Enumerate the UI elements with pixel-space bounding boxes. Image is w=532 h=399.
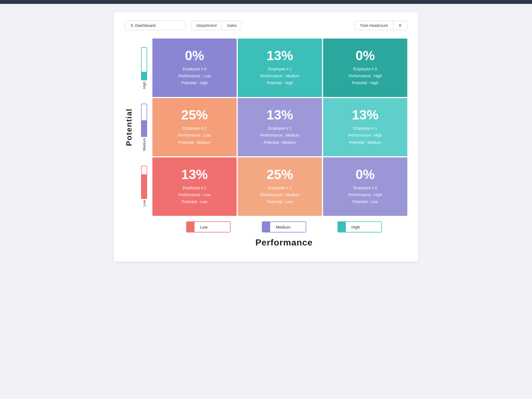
grid-cell-2-0: 13% Employee # 1 Performance : Low Poten… [152,157,237,216]
grid-cell-0-2: 0% Employee # 0 Performance : High Poten… [323,39,407,97]
legend-area: Low Medium High [170,221,398,232]
cell-detail-7: Employee # 2 Performance : Medium Potent… [260,185,300,206]
grid-cell-1-1: 13% Employee # 1 Performance : Medium Po… [238,98,322,157]
legend-color-high [338,222,346,232]
cell-detail-2: Employee # 0 Performance : High Potentia… [349,66,382,87]
department-label: Department [191,21,222,30]
outer-wrapper: 3. Dashboard Department Sales Total Head… [0,0,532,399]
legend-item-medium: Medium [262,221,306,232]
legend-label-high: High [346,223,365,231]
y-labels: High Medium [136,39,152,216]
cell-detail-4: Employee # 1 Performance : Medium Potent… [260,125,300,146]
department-group: Department Sales [191,21,242,30]
legend-item-low: Low [186,221,231,232]
header-bar: 3. Dashboard Department Sales Total Head… [125,21,407,30]
grid-cell-1-0: 25% Employee # 2 Performance : Low Poten… [152,98,237,157]
headcount-value: 8 [393,21,407,30]
headcount-label: Total Headcount [355,21,393,30]
grid-cell-2-1: 25% Employee # 2 Performance : Medium Po… [238,157,322,216]
y-label-bar-fill-high [142,72,147,80]
cell-percentage-3: 25% [181,108,208,122]
legend-label-low: Low [195,223,213,231]
cell-detail-5: Employee # 1 Performance : High Potentia… [349,125,382,146]
y-label-bar-low [141,166,147,199]
grid-cell-0-0: 0% Employee # 0 Performance : Low Potent… [152,39,237,97]
y-label-bar-high [141,47,147,80]
y-label-text-low: Low [142,200,146,207]
cell-detail-8: Employee # 0 Performance : High Potentia… [349,185,382,206]
top-bar [0,0,532,4]
y-label-high: High [141,39,147,98]
grid-cell-1-2: 13% Employee # 1 Performance : High Pote… [323,98,407,157]
grid-cell-0-1: 13% Employee # 1 Performance : Medium Po… [238,39,322,97]
chart-area: Potential High [125,39,407,248]
dashboard-title: 3. Dashboard [125,21,186,30]
legend-color-medium [262,222,270,232]
cell-detail-6: Employee # 1 Performance : Low Potential… [178,185,211,206]
y-axis-container: Potential High [125,39,152,216]
cell-detail-1: Employee # 1 Performance : Medium Potent… [260,66,300,87]
y-label-bar-fill-low [142,174,147,198]
cell-detail-3: Employee # 2 Performance : Low Potential… [178,125,211,146]
cell-percentage-1: 13% [267,49,293,62]
main-container: 3. Dashboard Department Sales Total Head… [114,12,418,262]
cell-percentage-2: 0% [355,49,375,62]
legend-label-medium: Medium [270,223,296,231]
legend-color-low [187,222,195,232]
y-label-text-medium: Medium [142,138,146,151]
legend-item-high: High [337,221,382,232]
cell-detail-0: Employee # 0 Performance : Low Potential… [178,66,211,87]
grid-cell-2-2: 0% Employee # 0 Performance : High Poten… [323,157,407,216]
y-label-bar-medium [141,104,147,137]
y-label-low: Low [141,157,147,216]
department-value: Sales [222,21,242,30]
y-axis-title: Potential [125,108,134,146]
cell-percentage-7: 25% [267,168,293,181]
cell-percentage-4: 13% [267,108,293,122]
grid-matrix: 0% Employee # 0 Performance : Low Potent… [152,39,407,216]
grid-with-labels: Potential High [125,39,407,216]
cell-percentage-8: 0% [355,168,375,181]
cell-percentage-6: 13% [181,168,208,181]
cell-percentage-0: 0% [185,49,204,62]
headcount-group: Total Headcount 8 [355,21,407,30]
x-axis-title: Performance [255,237,313,248]
y-label-medium: Medium [141,98,147,157]
y-label-bar-fill-medium [142,120,147,136]
y-label-text-high: High [142,81,146,89]
cell-percentage-5: 13% [352,108,378,122]
